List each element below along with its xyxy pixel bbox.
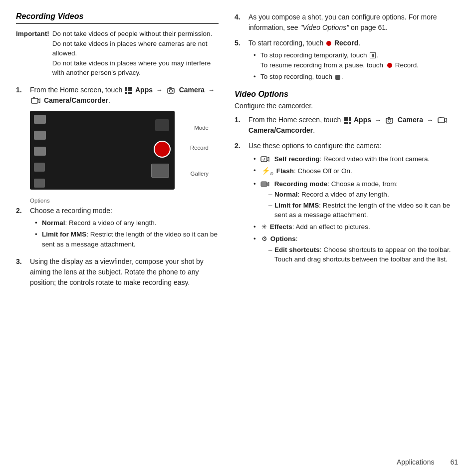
svg-point-7 bbox=[388, 119, 391, 122]
mms-label-r: Limit for MMS bbox=[274, 202, 319, 209]
normal-text-r: : Record a video of any length. bbox=[298, 191, 389, 198]
svg-rect-8 bbox=[388, 117, 390, 118]
step-2-bullet-2: Limit for MMS: Restrict the length of th… bbox=[34, 230, 219, 249]
r-step-1-number: 1. bbox=[235, 115, 248, 136]
vf-icon-4 bbox=[34, 163, 45, 172]
normal-label-r: Normal bbox=[274, 191, 298, 198]
svg-rect-9 bbox=[438, 118, 445, 123]
vf-sidebar bbox=[150, 111, 175, 190]
stop-temp-text: To stop recording temporarily, touch bbox=[260, 51, 369, 59]
step-2-number: 2. bbox=[16, 206, 30, 251]
self-rec-label: Self recording bbox=[274, 155, 320, 163]
options-colon: : bbox=[296, 235, 298, 242]
r-camcorder-label: Camera/Camcorder bbox=[248, 126, 313, 134]
r-step-2-bullets: ↺ Self recording: Record video with the … bbox=[248, 154, 460, 264]
r-step-2-content: Use these options to configure the camer… bbox=[248, 141, 460, 266]
important-label: Important! bbox=[16, 29, 49, 78]
important-line-2: Do not take videos in places where camer… bbox=[52, 40, 208, 57]
rec-mode-text: : Choose a mode, from: bbox=[327, 180, 398, 188]
arrow-1: → bbox=[156, 85, 163, 95]
page-number: 61 bbox=[450, 458, 458, 466]
step-4-content: As you compose a shot, you can configure… bbox=[248, 12, 460, 33]
right-column: 4. As you compose a shot, you can config… bbox=[231, 12, 460, 464]
step-5: 5. To start recording, touch Record. To … bbox=[235, 38, 460, 84]
step-4-rest: on page 61. bbox=[349, 23, 388, 31]
flash-text: : Choose Off or On. bbox=[294, 167, 352, 175]
title-divider bbox=[16, 23, 219, 24]
applications-label: Applications bbox=[397, 458, 435, 466]
step-3-number: 3. bbox=[16, 256, 30, 288]
camera-icon-1 bbox=[167, 87, 176, 94]
r-bullet-rec-mode: Recording mode: Choose a mode, from: Nor… bbox=[252, 179, 460, 220]
mms-label: Limit for MMS bbox=[42, 231, 86, 238]
important-line-3: Do not take videos in places where you m… bbox=[52, 59, 211, 77]
camcorder-label-1: Camera/Camcorder bbox=[44, 96, 108, 104]
svg-rect-5 bbox=[33, 97, 35, 98]
vf-gallery-label: Gallery bbox=[191, 171, 209, 177]
vf-icon-2 bbox=[34, 131, 46, 140]
step-1-text: From the Home screen, touch bbox=[30, 86, 124, 94]
step-4-ref: "Video Options" bbox=[300, 23, 349, 31]
resume-text: To resume recording from a pause, touch bbox=[260, 61, 383, 69]
r-bullet-flash: ⚡∅ Flash: Choose Off or On. bbox=[252, 166, 460, 177]
step-4-number: 4. bbox=[235, 12, 248, 33]
gear-options-icon: ⚙ bbox=[261, 235, 267, 244]
apps-label: Apps bbox=[135, 86, 155, 94]
footer: Applications 61 bbox=[0, 458, 476, 466]
rec-mode-label: Recording mode bbox=[274, 180, 328, 188]
step-1: 1. From the Home screen, touch Apps → Ca… bbox=[16, 85, 219, 106]
normal-text: : Record a video of any length. bbox=[65, 219, 157, 227]
configure-text: Configure the camcorder. bbox=[235, 102, 460, 110]
svg-rect-11 bbox=[440, 117, 442, 118]
svg-text:↺: ↺ bbox=[262, 158, 265, 161]
step-3-content: Using the display as a viewfinder, compo… bbox=[30, 256, 219, 288]
record-dot-icon bbox=[326, 41, 331, 46]
viewfinder-image bbox=[30, 111, 175, 190]
r-step-2: 2. Use these options to configure the ca… bbox=[235, 141, 460, 266]
edit-shortcuts-label: Edit shortcuts bbox=[274, 246, 320, 253]
vf-gallery-thumb bbox=[151, 164, 169, 178]
svg-rect-2 bbox=[169, 87, 172, 88]
effects-icon: ✳ bbox=[261, 223, 267, 232]
stop-icon bbox=[335, 75, 340, 80]
record-dot-2 bbox=[387, 63, 392, 68]
flash-label: Flash bbox=[276, 167, 294, 175]
vf-left-icons bbox=[34, 115, 46, 188]
vf-record-label: Record bbox=[190, 145, 209, 151]
options-subbullets: Edit shortcuts: Choose shortcuts to appe… bbox=[260, 245, 460, 264]
svg-marker-16 bbox=[267, 182, 269, 186]
step-3: 3. Using the display as a viewfinder, co… bbox=[16, 256, 219, 288]
self-recording-icon: ↺ bbox=[260, 155, 271, 163]
camcorder-icon-1 bbox=[31, 97, 41, 105]
step-5-bullet-2: To stop recording, touch . bbox=[252, 72, 460, 82]
r-apps-grid-icon bbox=[344, 117, 351, 124]
important-box: Important! Do not take videos of people … bbox=[16, 29, 219, 78]
svg-point-1 bbox=[169, 89, 172, 92]
important-line-1: Do not take videos of people without the… bbox=[52, 30, 212, 37]
step-2: 2. Choose a recording mode: Normal: Reco… bbox=[16, 206, 219, 251]
r-arrow-2: → bbox=[427, 115, 433, 125]
camera-label-1: Camera bbox=[179, 86, 207, 94]
svg-marker-10 bbox=[445, 118, 447, 122]
arrow-2: → bbox=[208, 85, 215, 95]
r-step-1: 1. From the Home screen, touch Apps → Ca… bbox=[235, 115, 460, 136]
recording-mode-icon bbox=[260, 180, 271, 188]
r-step-2-number: 2. bbox=[235, 141, 248, 266]
step-2-content: Choose a recording mode: Normal: Record … bbox=[30, 206, 219, 251]
stop-rec-text: To stop recording, touch bbox=[260, 73, 334, 80]
page-container: Recording Videos Important! Do not take … bbox=[0, 0, 476, 476]
step-5-number: 5. bbox=[235, 38, 248, 84]
vf-mode-label: Mode bbox=[194, 125, 209, 131]
record-label: Record bbox=[334, 39, 358, 47]
effects-label: Effects bbox=[270, 223, 292, 231]
vf-icon-1 bbox=[34, 115, 46, 124]
vf-icon-3 bbox=[34, 147, 46, 156]
r-camcorder-icon bbox=[438, 116, 448, 124]
step-5-bullets: To stop recording temporarily, touch . T… bbox=[248, 50, 460, 82]
apps-grid-icon bbox=[125, 87, 132, 94]
step-5-intro: To start recording, touch Record. bbox=[248, 38, 460, 48]
rec-mode-sub-2: Limit for MMS: Restrict the length of th… bbox=[268, 201, 460, 220]
video-options-title: Video Options bbox=[235, 90, 460, 99]
flash-icon: ⚡∅ bbox=[261, 166, 273, 177]
step-5-content: To start recording, touch Record. To sto… bbox=[248, 38, 460, 84]
